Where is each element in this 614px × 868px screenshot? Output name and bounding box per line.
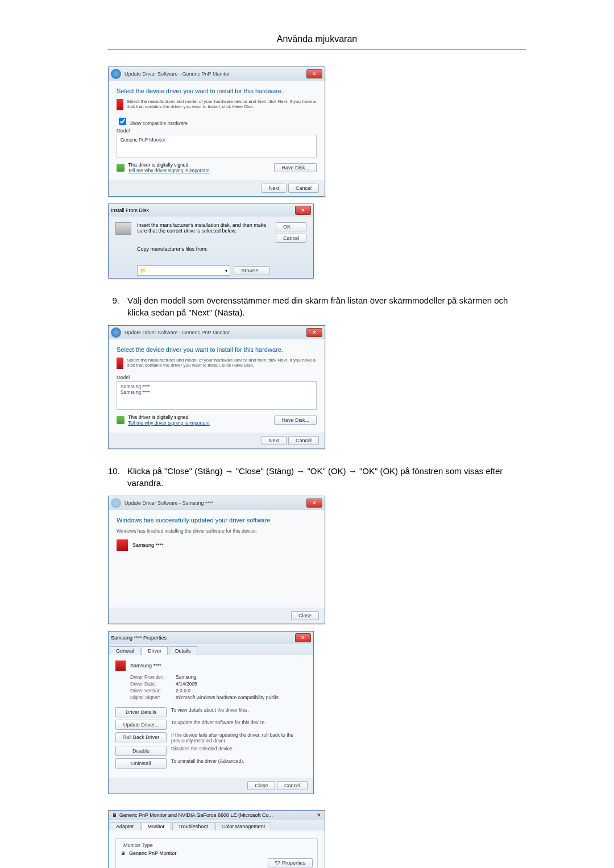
cancel-button[interactable]: Cancel: [277, 781, 308, 790]
browse-button[interactable]: Browse...: [234, 266, 270, 275]
close-icon[interactable]: ✕: [306, 69, 322, 78]
update-driver-wizard-1: Update Driver Software - Generic PnP Mon…: [108, 67, 325, 197]
uninstall-button[interactable]: Uninstall: [115, 758, 167, 769]
update-driver-finished: Update Driver Software - Samsung **** ✕ …: [108, 496, 325, 624]
have-disk-button[interactable]: Have Disk...: [274, 416, 317, 425]
list-item[interactable]: Generic PnP Monitor: [121, 137, 313, 143]
page-title: Windows has successfully updated your dr…: [117, 517, 317, 524]
signing-link[interactable]: Tell me why driver signing is important: [128, 420, 210, 426]
breadcrumb: Update Driver Software - Samsung ****: [125, 500, 213, 506]
tab-troubleshoot[interactable]: Troubleshoot: [172, 822, 214, 830]
close-icon[interactable]: ✕: [295, 206, 311, 215]
back-icon[interactable]: [111, 327, 121, 338]
next-button[interactable]: Next: [262, 184, 287, 193]
copy-from-label: Copy manufacturer's files from:: [137, 246, 270, 252]
device-icon: [117, 539, 128, 551]
install-from-disk-dialog: Install From Disk ✕ Insert the manufactu…: [108, 203, 314, 279]
tab-general[interactable]: General: [110, 646, 140, 655]
model-column-header: Model: [117, 375, 317, 380]
section-header: Använda mjukvaran: [108, 34, 526, 49]
close-icon[interactable]: ✕: [295, 633, 311, 642]
model-column-header: Model: [117, 128, 317, 134]
device-icon: [115, 661, 126, 671]
properties-button[interactable]: 🛡 Properties: [268, 858, 313, 867]
group-monitor-type: Monitor Type: [122, 842, 155, 848]
monitor-icon: 🖥: [112, 812, 117, 818]
rollback-driver-button[interactable]: Roll Back Driver: [115, 732, 167, 742]
model-list[interactable]: Samsung **** Samsung ****: [117, 381, 317, 410]
step-10: 10. Klicka på "Close" (Stäng) → "Close" …: [108, 465, 526, 489]
page-title: Select the device driver you want to ins…: [117, 88, 317, 94]
close-button[interactable]: Close: [247, 781, 275, 790]
sub-text: Windows has finished installing the driv…: [117, 528, 317, 534]
chevron-down-icon: ▾: [225, 268, 227, 273]
signed-text: This driver is digitally signed.: [128, 162, 210, 168]
path-dropdown[interactable]: 📁▾: [137, 265, 230, 276]
device-name: Samsung ****: [130, 663, 161, 668]
tab-monitor[interactable]: Monitor: [142, 822, 171, 830]
driver-details-button[interactable]: Driver Details: [115, 707, 167, 717]
driver-properties-dialog: Samsung **** Properties ✕ General Driver…: [108, 631, 314, 794]
back-icon[interactable]: [111, 69, 121, 79]
page-title: Select the device driver you want to ins…: [117, 346, 317, 353]
breadcrumb: Update Driver Software - Generic PnP Mon…: [125, 330, 230, 335]
dialog-title: Install From Disk: [111, 207, 149, 213]
close-icon[interactable]: ✕: [306, 499, 322, 508]
update-driver-button[interactable]: Update Driver...: [115, 720, 167, 730]
cancel-button[interactable]: Cancel: [276, 234, 306, 243]
cancel-button[interactable]: Cancel: [288, 184, 319, 193]
back-icon: [111, 498, 121, 508]
tab-adapter[interactable]: Adapter: [110, 822, 140, 830]
device-icon: [117, 99, 123, 110]
list-item[interactable]: Samsung ****: [121, 384, 313, 389]
breadcrumb: Update Driver Software - Generic PnP Mon…: [125, 71, 230, 77]
hint-text: Select the manufacturer and model of you…: [127, 99, 317, 110]
cancel-button[interactable]: Cancel: [288, 436, 319, 445]
shield-icon: 🛡: [275, 860, 280, 866]
have-disk-button[interactable]: Have Disk...: [274, 163, 317, 172]
tab-details[interactable]: Details: [169, 646, 197, 655]
update-driver-wizard-2: Update Driver Software - Generic PnP Mon…: [108, 325, 325, 449]
close-button[interactable]: Close: [291, 611, 319, 620]
disk-icon: [115, 222, 131, 235]
disable-button[interactable]: Disable: [115, 746, 167, 756]
dialog-title: Generic PnP Monitor and NVIDIA GeForce 6…: [119, 812, 273, 818]
ok-button[interactable]: OK: [276, 222, 306, 231]
monitor-tab-dialog: 🖥 Generic PnP Monitor and NVIDIA GeForce…: [108, 810, 325, 868]
close-icon[interactable]: ✕: [306, 328, 322, 337]
hint-text: Select the manufacturer and model of you…: [127, 358, 317, 369]
step-9: 9. Välj den modell som överensstämmer me…: [108, 294, 526, 318]
instructions-text: Insert the manufacturer's installation d…: [137, 222, 270, 234]
device-icon: [117, 358, 123, 369]
show-compatible-checkbox[interactable]: Show compatible hardware: [117, 121, 188, 126]
shield-icon: [117, 416, 125, 424]
device-name: Samsung ****: [132, 542, 164, 548]
signing-link[interactable]: Tell me why driver signing is important: [128, 168, 210, 173]
dialog-title: Samsung **** Properties: [111, 635, 167, 641]
monitor-icon: 🖥: [121, 850, 126, 856]
signed-text: This driver is digitally signed.: [128, 414, 210, 420]
close-icon[interactable]: ✕: [317, 812, 321, 818]
list-item[interactable]: Samsung ****: [121, 389, 313, 395]
shield-icon: [117, 164, 125, 172]
model-list[interactable]: Generic PnP Monitor: [117, 135, 317, 157]
monitor-type-value: Generic PnP Monitor: [129, 850, 176, 856]
tab-driver[interactable]: Driver: [142, 646, 168, 655]
tab-color-management[interactable]: Color Management: [215, 822, 272, 830]
next-button[interactable]: Next: [262, 436, 287, 445]
